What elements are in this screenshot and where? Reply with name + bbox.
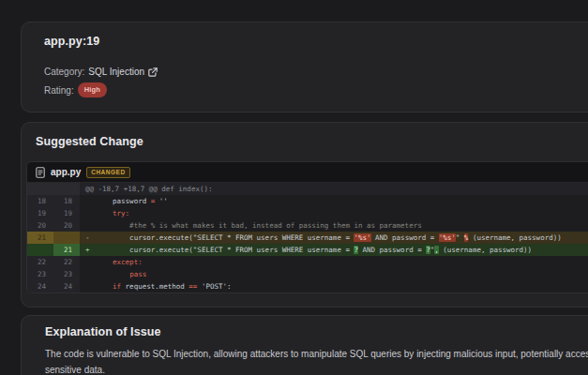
security-finding-page: app.py:19 Category: SQL Injection Rating… bbox=[0, 0, 588, 375]
diff-code-line: #the % is what makes it bad, instead of … bbox=[80, 219, 588, 232]
changed-badge: CHANGED bbox=[86, 167, 129, 178]
old-line-number: 23 bbox=[27, 268, 53, 280]
new-line-number: 22 bbox=[53, 256, 80, 268]
new-line-number: 20 bbox=[53, 219, 80, 232]
old-line-number: 18 bbox=[27, 195, 53, 207]
rating-row: Rating: High bbox=[44, 82, 588, 98]
diff-code-line: password = '' bbox=[80, 195, 588, 207]
diff-filename: app.py bbox=[51, 167, 81, 177]
diff-body: @@ -18,7 +18,7 @@ def index():1818 passw… bbox=[27, 183, 588, 292]
diff-widget: app.py CHANGED @@ -18,7 +18,7 @@ def ind… bbox=[26, 161, 588, 293]
diff-code-line: except: bbox=[80, 256, 588, 268]
diff-row: 2222 except: bbox=[27, 256, 588, 268]
new-line-number: 19 bbox=[53, 207, 80, 219]
category-label: Category: bbox=[44, 67, 84, 77]
diff-marker: - bbox=[85, 232, 96, 244]
new-line-number: 21 bbox=[53, 244, 80, 256]
new-line-number: 18 bbox=[53, 195, 80, 207]
external-link-icon[interactable] bbox=[148, 68, 158, 77]
diff-code-line: + cursor.execute("SELECT * FROM users WH… bbox=[80, 244, 588, 256]
diff-marker bbox=[85, 280, 96, 292]
explanation-title: Explanation of Issue bbox=[45, 325, 588, 338]
diff-code-line: if request.method == 'POST': bbox=[80, 280, 588, 292]
old-line-number bbox=[27, 244, 53, 256]
old-line-number: 24 bbox=[27, 280, 53, 292]
file-icon bbox=[36, 167, 45, 178]
diff-marker bbox=[85, 256, 96, 268]
card-stack: app.py:19 Category: SQL Injection Rating… bbox=[21, 22, 588, 375]
explanation-line: The code is vulnerable to SQL Injection,… bbox=[45, 346, 588, 362]
explanation-card: Explanation of Issue The code is vulnera… bbox=[21, 315, 588, 375]
diff-code-line: @@ -18,7 +18,7 @@ def index(): bbox=[80, 183, 588, 195]
finding-card: app.py:19 Category: SQL Injection Rating… bbox=[21, 22, 588, 112]
diff-row: 1919 try: bbox=[27, 207, 588, 219]
old-line-number: 20 bbox=[27, 219, 53, 232]
old-line-number bbox=[27, 183, 53, 195]
explanation-text: The code is vulnerable to SQL Injection,… bbox=[45, 346, 588, 375]
diff-marker bbox=[85, 195, 96, 207]
diff-row: 2424 if request.method == 'POST': bbox=[27, 280, 588, 292]
diff-marker bbox=[85, 207, 96, 219]
diff-file-header[interactable]: app.py CHANGED bbox=[27, 162, 588, 183]
diff-marker bbox=[85, 268, 96, 280]
category-value[interactable]: SQL Injection bbox=[88, 67, 144, 77]
diff-code-line: pass bbox=[80, 268, 588, 280]
old-line-number: 19 bbox=[27, 207, 53, 219]
new-line-number: 24 bbox=[53, 280, 80, 292]
diff-row: 1818 password = '' bbox=[27, 195, 588, 207]
old-line-number: 22 bbox=[27, 256, 53, 268]
diff-row: 21+ cursor.execute("SELECT * FROM users … bbox=[27, 244, 588, 256]
rating-label: Rating: bbox=[44, 85, 74, 96]
diff-row: 21- cursor.execute("SELECT * FROM users … bbox=[27, 232, 588, 244]
old-line-number: 21 bbox=[27, 232, 53, 244]
diff-row: 2323 pass bbox=[27, 268, 588, 280]
rating-badge: High bbox=[78, 82, 107, 98]
diff-code-line: - cursor.execute("SELECT * FROM users WH… bbox=[80, 232, 588, 244]
diff-marker: + bbox=[85, 244, 96, 256]
explanation-line: sensitive data. bbox=[45, 362, 588, 375]
diff-marker bbox=[85, 219, 96, 232]
diff-row: @@ -18,7 +18,7 @@ def index(): bbox=[27, 183, 588, 195]
new-line-number bbox=[53, 232, 80, 244]
diff-code-line: try: bbox=[80, 207, 588, 219]
suggested-change-card: Suggested Change app.py CHANGED @@ -18,7… bbox=[21, 122, 588, 308]
diff-row: 2020 #the % is what makes it bad, instea… bbox=[27, 219, 588, 232]
new-line-number bbox=[53, 183, 80, 195]
finding-title: app.py:19 bbox=[44, 35, 588, 48]
suggested-change-title: Suggested Change bbox=[26, 135, 588, 148]
category-row: Category: SQL Injection bbox=[44, 67, 588, 77]
new-line-number: 23 bbox=[53, 268, 80, 280]
